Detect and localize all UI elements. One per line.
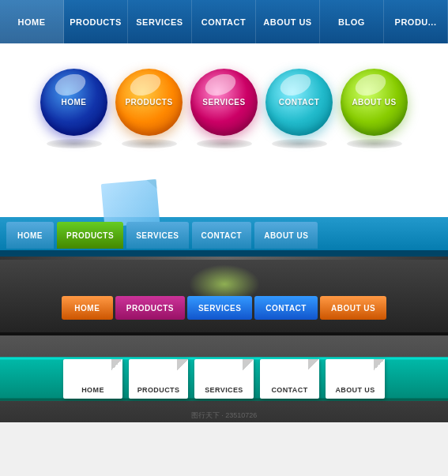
dark-nav-section: HOME PRODUCTS SERVICES CONTACT ABOUT US <box>0 257 448 335</box>
dark-btn-products[interactable]: PRODUCTS <box>115 296 185 320</box>
ball-home-shadow <box>47 139 102 148</box>
tab-contact[interactable]: CONTACT <box>192 222 252 249</box>
tab-bg-line <box>0 250 448 257</box>
ball-products-shadow <box>122 139 177 148</box>
ball-contact-label: CONTACT <box>279 98 320 107</box>
dark-btn-aboutus[interactable]: ABOUT US <box>320 296 386 320</box>
ball-nav-section: HOME PRODUCTS SERVICES CONTACT ABOUT US <box>0 43 448 174</box>
teal-card-aboutus-paper: ABOUT US <box>326 359 385 399</box>
ball-home-label: HOME <box>62 98 87 107</box>
ball-products-label: PRODUCTS <box>125 98 172 107</box>
nav1-aboutus[interactable]: ABOUT US <box>256 0 320 43</box>
nav1-home[interactable]: HOME <box>0 0 64 43</box>
nav1-blog[interactable]: BLOG <box>320 0 384 43</box>
nav1-contact[interactable]: CONTACT <box>192 0 256 43</box>
ball-services-label: SERVICES <box>202 98 245 107</box>
ball-home[interactable]: HOME <box>40 69 107 148</box>
ball-services[interactable]: SERVICES <box>190 69 258 148</box>
tab-products[interactable]: PRODUCTS <box>57 222 123 249</box>
ball-services-shadow <box>197 139 252 148</box>
ball-services-sphere[interactable]: SERVICES <box>190 69 258 136</box>
teal-contact-label: CONTACT <box>271 386 307 394</box>
teal-nav-bar: HOME PRODUCTS SERVICES CONTACT ABOUT US <box>0 359 448 399</box>
teal-home-label: HOME <box>81 386 104 394</box>
ball-products[interactable]: PRODUCTS <box>115 69 183 148</box>
teal-card-home-paper: HOME <box>63 359 122 399</box>
dark-btn-contact[interactable]: CONTACT <box>254 296 318 320</box>
ball-aboutus[interactable]: ABOUT US <box>341 69 408 148</box>
ball-contact[interactable]: CONTACT <box>265 69 333 148</box>
teal-card-aboutus[interactable]: ABOUT US <box>326 359 385 399</box>
dark-btn-services[interactable]: SERVICES <box>187 296 252 320</box>
tab-services[interactable]: SERVICES <box>126 222 188 249</box>
watermark: 图行天下 · 23510726 <box>0 410 448 421</box>
teal-card-products[interactable]: PRODUCTS <box>129 359 188 399</box>
ball-home-sphere[interactable]: HOME <box>40 69 107 136</box>
nav1-services[interactable]: SERVICES <box>128 0 192 43</box>
teal-card-contact[interactable]: CONTACT <box>260 359 319 399</box>
tab-aboutus[interactable]: ABOUT US <box>254 222 318 249</box>
tab-nav-section: HOME PRODUCTS SERVICES CONTACT ABOUT US <box>0 174 448 257</box>
teal-aboutus-label: ABOUT US <box>335 386 375 394</box>
teal-card-home[interactable]: HOME <box>63 359 122 399</box>
dark-nav-bar: HOME PRODUCTS SERVICES CONTACT ABOUT US <box>0 296 448 320</box>
dark-btn-home[interactable]: HOME <box>62 296 113 320</box>
teal-card-products-paper: PRODUCTS <box>129 359 188 399</box>
ball-contact-shadow <box>272 139 327 148</box>
teal-card-services[interactable]: SERVICES <box>194 359 254 399</box>
teal-nav-section: HOME PRODUCTS SERVICES CONTACT ABOUT US … <box>0 335 448 422</box>
watermark-text: 图行天下 · 23510726 <box>191 410 258 421</box>
ball-products-sphere[interactable]: PRODUCTS <box>115 69 183 136</box>
top-nav-bar: HOME PRODUCTS SERVICES CONTACT ABOUT US … <box>0 0 448 43</box>
tab-home[interactable]: HOME <box>6 222 54 249</box>
tab-nav-bar: HOME PRODUCTS SERVICES CONTACT ABOUT US <box>0 220 448 250</box>
ball-aboutus-label: ABOUT US <box>352 98 396 107</box>
teal-card-services-paper: SERVICES <box>194 359 254 399</box>
teal-services-label: SERVICES <box>205 386 243 394</box>
ball-aboutus-sphere[interactable]: ABOUT US <box>341 69 408 136</box>
dark-line-top <box>0 257 448 260</box>
ball-contact-sphere[interactable]: CONTACT <box>265 69 333 136</box>
teal-products-label: PRODUCTS <box>137 386 180 394</box>
nav1-more[interactable]: PRODU... <box>384 0 448 43</box>
nav1-products[interactable]: PRODUCTS <box>64 0 128 43</box>
ball-aboutus-shadow <box>347 139 402 148</box>
teal-card-contact-paper: CONTACT <box>260 359 319 399</box>
